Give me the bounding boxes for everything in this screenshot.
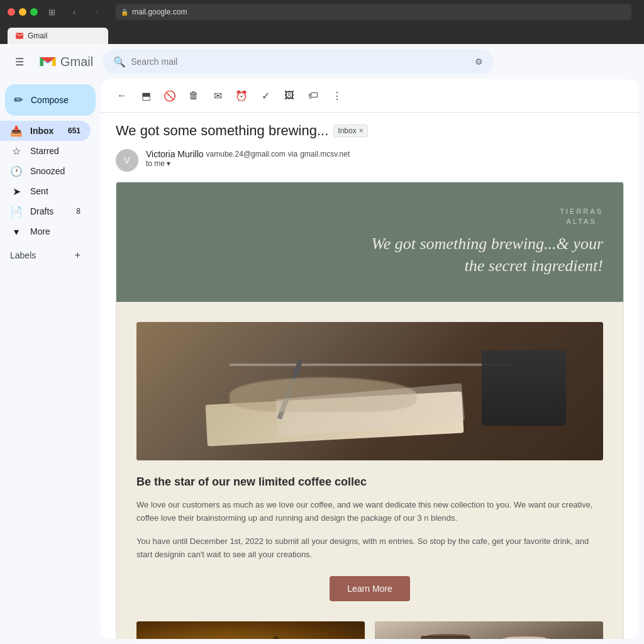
drafts-label: Drafts [30,206,69,216]
starred-label: Starred [30,146,80,156]
collection-title: Be the star of our new limited coffee co… [136,475,603,489]
move-icon: 🖼 [284,90,294,101]
inbox-badge[interactable]: Inbox × [333,125,367,137]
coffee-beans-image [136,621,365,639]
gmail-logo: Gmail [39,55,93,69]
add-task-button[interactable]: ✓ [254,84,277,107]
headline-text2: the secret ingredient! [465,257,603,275]
inbox-label: Inbox [30,126,60,136]
maximize-button[interactable] [30,8,38,16]
sidebar-toggle-icon[interactable]: ⊞ [43,5,60,19]
url-text: mail.google.com [132,8,187,16]
email-view: We got some something brewing... Inbox ×… [101,113,639,639]
back-arrow-icon[interactable]: ‹ [65,5,83,19]
search-bar[interactable]: 🔍 ⚙ [103,49,493,74]
labels-title: Labels [10,250,36,260]
sender-name: Victoria Murillo [146,149,204,159]
avatar: V [116,149,138,172]
email-subject-row: We got some something brewing... Inbox × [116,123,624,139]
sidebar-item-inbox[interactable]: 📥 Inbox 651 [0,121,91,141]
gmail-favicon [15,31,24,40]
brand-name-line2: ALTAS [560,218,603,225]
snooze-icon: ⏰ [235,90,248,102]
back-button[interactable]: ← [111,84,133,107]
sender-via: via [288,150,297,158]
drafts-icon: 📄 [10,206,23,218]
add-label-button[interactable]: + [75,250,80,261]
sender-email: vamube.24@gmail.com [206,150,286,158]
search-options-icon[interactable]: ⚙ [475,57,483,67]
label-button[interactable]: 🏷 [302,84,325,107]
main-content: ← ⬒ 🚫 🗑 ✉ ⏰ ✓ [101,79,639,639]
body-text-1: We love our customers as much as we love… [136,499,603,525]
sender-via-domain: gmail.mcsv.net [300,150,350,158]
sidebar: ✏ Compose 📥 Inbox 651 ☆ Starred 🕐 Snooze… [0,79,101,644]
tab-bar: Gmail [0,24,644,44]
snooze-button[interactable]: ⏰ [230,84,253,107]
trash-icon: 🗑 [189,90,199,101]
compose-icon: ✏ [14,93,23,107]
learn-more-button[interactable]: Learn More [330,576,410,601]
newsletter-header: TIERRAS ALTAS We got something brewing..… [116,182,623,302]
body-text-2: You have until December 1st, 2022 to sub… [136,535,603,562]
close-button[interactable] [8,8,15,16]
inbox-badge-label: Inbox [338,126,356,135]
bottom-images [136,621,603,639]
drafts-count: 8 [76,207,80,216]
sidebar-item-sent[interactable]: ➤ Sent [0,181,91,201]
sender-info: Victoria Murillo vamube.24@gmail.com via… [146,149,624,168]
compose-button[interactable]: ✏ Compose [5,84,96,116]
sender-row: V Victoria Murillo vamube.24@gmail.com v… [116,149,624,172]
newsletter-headline: We got something brewing...& your the se… [371,233,603,277]
address-bar[interactable]: 🔒 mail.google.com [116,4,631,20]
more-label: More [30,226,80,236]
more-actions-button[interactable]: ⋮ [326,84,348,107]
report-icon: 🚫 [164,90,176,102]
sender-name-row: Victoria Murillo vamube.24@gmail.com via… [146,149,624,159]
compose-label: Compose [31,95,69,105]
delete-button[interactable]: 🗑 [182,84,205,107]
mark-icon: ✉ [214,90,222,102]
search-input[interactable] [131,57,470,67]
avatar-letter: V [124,155,130,165]
coffee-drinks-image [375,621,603,639]
gmail-m-logo [39,55,57,69]
archive-icon: ⬒ [142,90,151,102]
move-to-button[interactable]: 🖼 [278,84,301,107]
snoozed-icon: 🕐 [10,165,23,177]
gmail-logo-text: Gmail [60,55,93,69]
to-me-text: to me [146,159,165,168]
to-me-dropdown[interactable]: to me ▾ [146,159,624,168]
forward-arrow-icon[interactable]: › [88,5,106,19]
task-icon: ✓ [262,90,270,102]
sidebar-item-more[interactable]: ▾ More [0,221,91,242]
sidebar-item-drafts[interactable]: 📄 Drafts 8 [0,201,91,221]
dropdown-chevron-icon: ▾ [167,159,170,168]
headline-text1: We got something brewing...& your [371,235,603,253]
sent-icon: ➤ [10,186,23,197]
hamburger-menu-icon[interactable]: ☰ [10,51,29,73]
gmail-app: ☰ Gmail 🔍 ⚙ ✏ [0,44,644,644]
sidebar-item-starred[interactable]: ☆ Starred [0,141,91,161]
sent-label: Sent [30,186,80,196]
more-icon: ▾ [10,226,23,238]
newsletter-body: Be the star of our new limited coffee co… [116,302,623,639]
archive-button[interactable]: ⬒ [135,84,157,107]
traffic-lights [8,8,38,16]
minimize-button[interactable] [19,8,26,16]
sidebar-item-snoozed[interactable]: 🕐 Snoozed [0,161,91,181]
brand-name-line1: TIERRAS [560,208,603,215]
mark-unread-button[interactable]: ✉ [206,84,229,107]
remove-label-icon[interactable]: × [359,126,364,135]
back-icon: ← [117,90,127,101]
tab-title: Gmail [28,31,47,40]
gmail-header: ☰ Gmail 🔍 ⚙ [0,44,644,79]
main-image [136,322,603,460]
active-tab[interactable]: Gmail [8,28,108,44]
inbox-icon: 📥 [10,125,23,137]
email-subject: We got some something brewing... [116,123,328,139]
email-content: TIERRAS ALTAS We got something brewing..… [116,182,624,639]
label-icon: 🏷 [308,90,318,101]
search-icon: 🔍 [113,56,126,68]
report-spam-button[interactable]: 🚫 [158,84,181,107]
